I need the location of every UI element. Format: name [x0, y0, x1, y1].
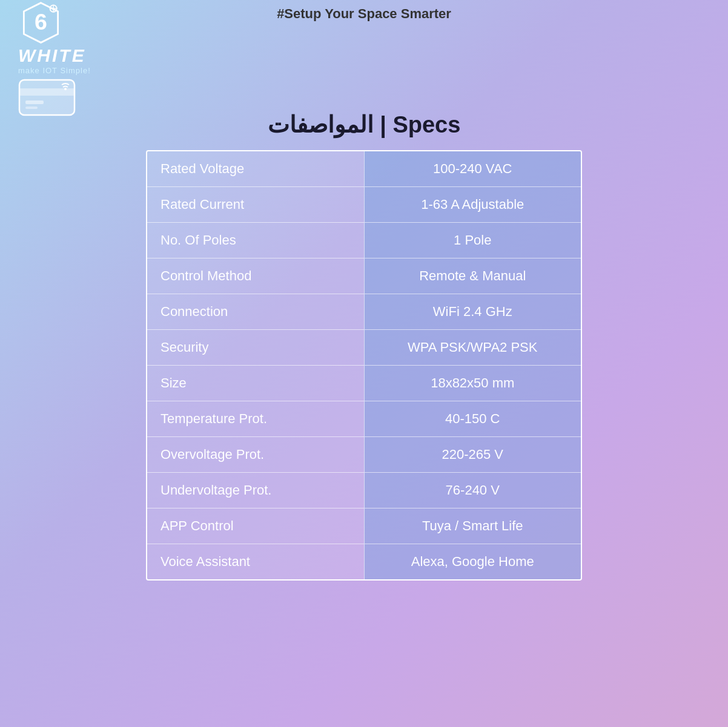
- table-row: SecurityWPA PSK/WPA2 PSK: [147, 330, 581, 366]
- spec-value: 40-150 C: [364, 401, 581, 437]
- logo-icon: 6: [18, 0, 64, 45]
- specs-table: Rated Voltage100-240 VACRated Current1-6…: [147, 151, 581, 579]
- spec-label: Security: [147, 330, 364, 366]
- spec-label: Temperature Prot.: [147, 401, 364, 437]
- svg-rect-8: [25, 107, 38, 109]
- spec-label: Voice Assistant: [147, 544, 364, 580]
- table-row: Overvoltage Prot.220-265 V: [147, 437, 581, 473]
- spec-value: 1 Pole: [364, 223, 581, 258]
- spec-value: 100-240 VAC: [364, 151, 581, 187]
- spec-label: Connection: [147, 294, 364, 330]
- table-row: Control MethodRemote & Manual: [147, 258, 581, 294]
- top-row: 6 WHITE make IOT Simple! #Setup Your Spa…: [0, 0, 728, 75]
- page-background: 6 WHITE make IOT Simple! #Setup Your Spa…: [0, 0, 728, 727]
- logo-brand: WHITE make IOT Simple!: [18, 45, 91, 75]
- table-row: APP ControlTuya / Smart Life: [147, 508, 581, 544]
- table-row: ConnectionWiFi 2.4 GHz: [147, 294, 581, 330]
- spec-value: 18x82x50 mm: [364, 366, 581, 401]
- card-icon: [18, 79, 76, 116]
- spec-label: Size: [147, 366, 364, 401]
- table-row: Undervoltage Prot.76-240 V: [147, 473, 581, 508]
- spec-label: Rated Voltage: [147, 151, 364, 187]
- spec-label: Undervoltage Prot.: [147, 473, 364, 508]
- tagline: #Setup Your Space Smarter: [277, 6, 451, 22]
- spec-value: 1-63 A Adjustable: [364, 187, 581, 223]
- spec-value: 220-265 V: [364, 437, 581, 473]
- spec-value: 76-240 V: [364, 473, 581, 508]
- svg-rect-5: [19, 80, 74, 115]
- specs-title: المواصفات | Specs: [268, 111, 461, 138]
- table-row: Rated Current1-63 A Adjustable: [147, 187, 581, 223]
- card-icon-area: [18, 79, 76, 119]
- table-row: Voice AssistantAlexa, Google Home: [147, 544, 581, 580]
- spec-label: APP Control: [147, 508, 364, 544]
- spec-label: No. Of Poles: [147, 223, 364, 258]
- spec-label: Overvoltage Prot.: [147, 437, 364, 473]
- spec-value: Remote & Manual: [364, 258, 581, 294]
- spec-value: WiFi 2.4 GHz: [364, 294, 581, 330]
- specs-table-wrapper: Rated Voltage100-240 VACRated Current1-6…: [146, 150, 582, 581]
- svg-point-9: [64, 88, 67, 90]
- logo-area: 6 WHITE make IOT Simple!: [18, 0, 91, 75]
- table-row: Rated Voltage100-240 VAC: [147, 151, 581, 187]
- table-row: Size18x82x50 mm: [147, 366, 581, 401]
- spec-value: Tuya / Smart Life: [364, 508, 581, 544]
- spec-label: Rated Current: [147, 187, 364, 223]
- svg-rect-7: [25, 100, 44, 104]
- spec-value: WPA PSK/WPA2 PSK: [364, 330, 581, 366]
- table-row: Temperature Prot.40-150 C: [147, 401, 581, 437]
- svg-text:6: 6: [35, 9, 47, 35]
- spec-label: Control Method: [147, 258, 364, 294]
- spec-value: Alexa, Google Home: [364, 544, 581, 580]
- table-row: No. Of Poles1 Pole: [147, 223, 581, 258]
